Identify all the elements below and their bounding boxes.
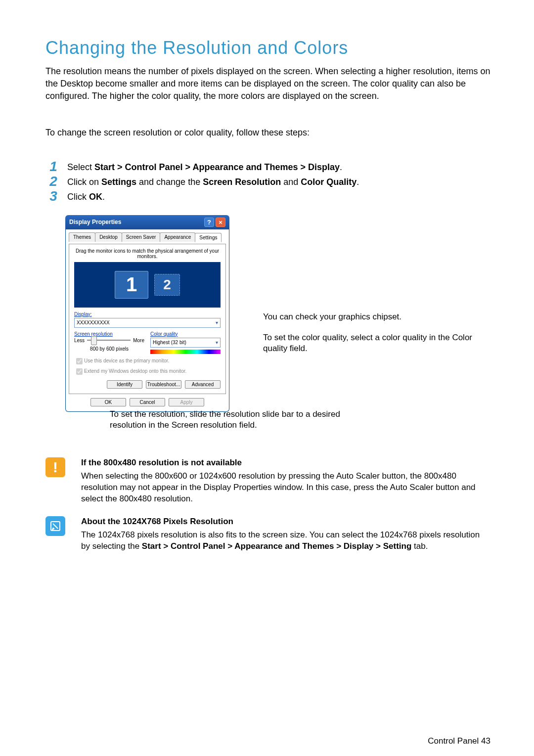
monitor-1[interactable]: 1 [115, 271, 148, 299]
tab-desktop[interactable]: Desktop [95, 232, 122, 242]
tab-screen-saver[interactable]: Screen Saver [122, 232, 161, 242]
step-2: 2 Click on Settings and change the Scree… [45, 177, 490, 188]
monitor-arrangement[interactable]: 1 2 [74, 262, 221, 308]
arrangement-hint: Drag the monitor icons to match the phys… [74, 248, 221, 259]
step-number: 3 [45, 187, 61, 205]
footer-page: 43 [481, 736, 490, 746]
figure-area: Display Properties ? × Themes Desktop Sc… [65, 215, 490, 428]
ok-button[interactable]: OK [90, 398, 126, 406]
note-title: About the 1024X768 Pixels Resolution [81, 516, 490, 528]
apply-button[interactable]: Apply [169, 398, 204, 406]
callout-resolution: To set the resolution, slide the resolut… [110, 409, 347, 431]
primary-monitor-checkbox: Use this device as the primary monitor. [74, 356, 221, 366]
resolution-slider[interactable]: Less More [74, 338, 144, 343]
extend-desktop-checkbox: Extend my Windows desktop onto this moni… [74, 367, 221, 376]
warning-note: ! If the 800x480 resolution is not avail… [45, 457, 490, 505]
advanced-button[interactable]: Advanced [185, 380, 221, 389]
close-icon[interactable]: × [216, 218, 225, 227]
tab-settings[interactable]: Settings [195, 233, 222, 242]
callout-color-quality: To set the color quality, select a color… [263, 332, 476, 354]
tab-appearance[interactable]: Appearance [160, 232, 195, 242]
step-3: 3 Click OK. [45, 191, 490, 203]
troubleshoot-button[interactable]: Troubleshoot... [146, 380, 181, 389]
exclamation-icon: ! [45, 457, 65, 477]
titlebar: Display Properties ? × [65, 215, 229, 229]
identify-button[interactable]: Identify [107, 380, 142, 389]
note-icon [45, 516, 65, 536]
display-value: XXXXXXXXXX [77, 320, 110, 325]
callout-graphics-chipset: You can check your graphics chipset. [263, 311, 446, 322]
note-body: When selecting the 800x600 or 1024x600 r… [81, 471, 476, 503]
color-quality-value: Highest (32 bit) [153, 340, 186, 345]
tabs: Themes Desktop Screen Saver Appearance S… [69, 232, 226, 242]
display-properties-dialog: Display Properties ? × Themes Desktop Sc… [65, 215, 229, 412]
lead-paragraph: To change the screen resolution or color… [45, 128, 490, 138]
help-icon[interactable]: ? [204, 218, 214, 227]
page-footer: Control Panel 43 [428, 736, 490, 746]
resolution-value: 800 by 600 pixels [74, 346, 144, 352]
color-quality-dropdown[interactable]: Highest (32 bit) ▾ [150, 338, 221, 348]
note-title: If the 800x480 resolution is not availab… [81, 457, 490, 469]
screen-resolution-label: Screen resolution [74, 331, 144, 337]
monitor-2[interactable]: 2 [154, 274, 180, 296]
display-dropdown[interactable]: XXXXXXXXXX ▾ [74, 318, 221, 328]
info-note: About the 1024X768 Pixels Resolution The… [45, 516, 490, 552]
tab-themes[interactable]: Themes [69, 232, 95, 242]
slider-track[interactable] [87, 340, 131, 341]
step-text: Select [67, 162, 94, 172]
color-quality-label: Color quality [150, 331, 221, 337]
intro-paragraph: The resolution means the number of pixel… [45, 65, 490, 103]
chevron-down-icon: ▾ [216, 320, 218, 325]
steps-list: 1 Select Start > Control Panel > Appeara… [45, 162, 490, 203]
display-label: Display: [74, 311, 221, 317]
step-1: 1 Select Start > Control Panel > Appeara… [45, 162, 490, 173]
color-spectrum [150, 350, 221, 354]
chevron-down-icon: ▾ [216, 340, 218, 345]
dialog-title: Display Properties [69, 219, 121, 225]
cancel-button[interactable]: Cancel [130, 398, 165, 406]
step-path: Start > Control Panel > Appearance and T… [94, 162, 340, 172]
footer-section: Control Panel [428, 736, 481, 746]
page-title: Changing the Resolution and Colors [45, 38, 490, 58]
